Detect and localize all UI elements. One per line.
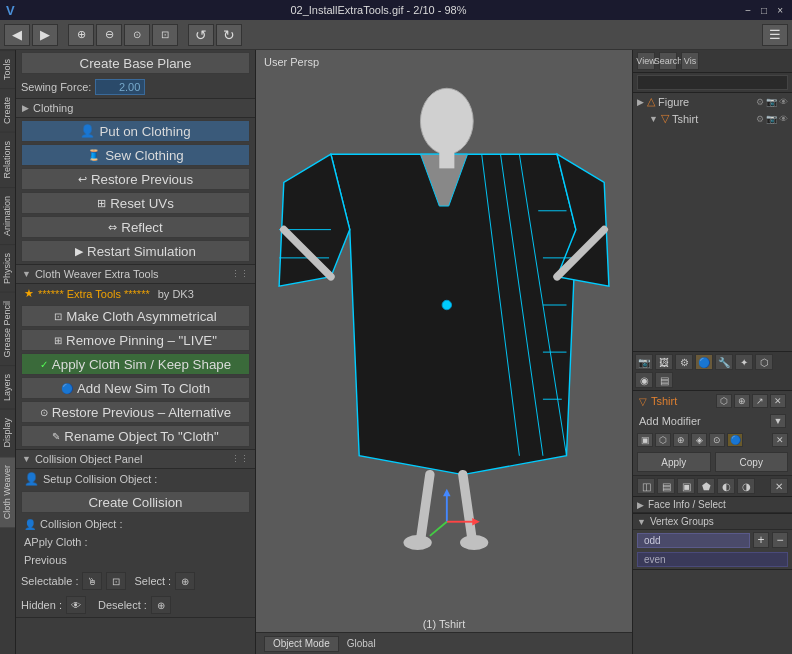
select-icon-btn[interactable]: ⊕ xyxy=(175,572,195,590)
ex-icon-6[interactable]: ◑ xyxy=(737,478,755,494)
sidebar-item-tools[interactable]: Tools xyxy=(0,50,15,88)
face-info-label: Face Info / Select xyxy=(648,499,726,510)
figure-vis-icon[interactable]: ⚙ xyxy=(756,97,764,107)
props-tab-data[interactable]: ▤ xyxy=(655,372,673,388)
sidebar-item-grease-pencil[interactable]: Grease Pencil xyxy=(0,292,15,366)
create-base-plane-btn[interactable]: Create Base Plane xyxy=(21,52,250,74)
outliner-view-btn[interactable]: View xyxy=(637,52,655,70)
zoom-reset-btn[interactable]: ⊡ xyxy=(152,24,178,46)
vg-odd-name[interactable]: odd xyxy=(637,533,750,548)
mod-icon-1[interactable]: ⬡ xyxy=(716,394,732,408)
selectable-icon-btn2[interactable]: ⊡ xyxy=(106,572,126,590)
copy-btn[interactable]: Copy xyxy=(715,452,789,472)
main-content: Tools Create Relations Animation Physics… xyxy=(0,50,792,654)
mod-icon-x[interactable]: ✕ xyxy=(772,433,788,447)
add-new-sim-btn[interactable]: 🔵 Add New Sim To Cloth xyxy=(21,377,250,399)
tshirt-eye-icon[interactable]: 👁 xyxy=(779,114,788,124)
figure-camera-icon[interactable]: 📷 xyxy=(766,97,777,107)
viewport-global-label[interactable]: Global xyxy=(347,638,376,649)
zoom-in-btn[interactable]: ⊕ xyxy=(68,24,94,46)
hidden-icon-btn[interactable]: 👁 xyxy=(66,596,86,614)
window-controls[interactable]: − □ × xyxy=(742,5,786,16)
ex-icon-5[interactable]: ◐ xyxy=(717,478,735,494)
tshirt-vis-icon[interactable]: ⚙ xyxy=(756,114,764,124)
ex-icon-1[interactable]: ◫ xyxy=(637,478,655,494)
zoom-fit-btn[interactable]: ⊙ xyxy=(124,24,150,46)
props-tab-physics[interactable]: ⬡ xyxy=(755,354,773,370)
sidebar-item-layers[interactable]: Layers xyxy=(0,365,15,409)
clothing-section-header[interactable]: ▶ Clothing xyxy=(16,99,255,118)
sidebar-item-physics[interactable]: Physics xyxy=(0,244,15,292)
props-tab-object[interactable]: 🔵 xyxy=(695,354,713,370)
reset-uvs-btn[interactable]: ⊞ Reset UVs xyxy=(21,192,250,214)
ex-icon-4[interactable]: ⬟ xyxy=(697,478,715,494)
outliner-item-figure[interactable]: ▶ △ Figure ⚙ 📷 👁 xyxy=(633,93,792,110)
mod-icon-d[interactable]: ◈ xyxy=(691,433,707,447)
mod-icon-4[interactable]: ✕ xyxy=(770,394,786,408)
vg-remove-btn[interactable]: − xyxy=(772,532,788,548)
side-tabs-wrapper: Tools Create Relations Animation Physics… xyxy=(0,50,256,654)
object-mode-btn[interactable]: Object Mode xyxy=(264,636,339,652)
remove-pinning-btn[interactable]: ⊞ Remove Pinning – "LIVE" xyxy=(21,329,250,351)
mod-icon-3[interactable]: ↗ xyxy=(752,394,768,408)
outliner-search-input[interactable] xyxy=(637,75,788,90)
close-btn[interactable]: × xyxy=(774,5,786,16)
vertex-groups-header[interactable]: ▼ Vertex Groups xyxy=(633,514,792,530)
window-title: 02_InstallExtraTools.gif - 2/10 - 98% xyxy=(15,4,743,16)
mod-icon-2[interactable]: ⊕ xyxy=(734,394,750,408)
sidebar-item-relations[interactable]: Relations xyxy=(0,132,15,187)
vg-add-btn[interactable]: + xyxy=(753,532,769,548)
redo-btn[interactable]: ↻ xyxy=(216,24,242,46)
props-tab-particles[interactable]: ✦ xyxy=(735,354,753,370)
restore-prev-alt-btn[interactable]: ⊙ Restore Previous – Alternative xyxy=(21,401,250,423)
add-mod-arrow[interactable]: ▼ xyxy=(770,414,786,428)
sew-clothing-btn[interactable]: 🧵 Sew Clothing xyxy=(21,144,250,166)
mod-icon-c[interactable]: ⊕ xyxy=(673,433,689,447)
forward-btn[interactable]: ▶ xyxy=(32,24,58,46)
props-tab-scene[interactable]: 📷 xyxy=(635,354,653,370)
figure-eye-icon[interactable]: 👁 xyxy=(779,97,788,107)
props-tab-constraints[interactable]: ◉ xyxy=(635,372,653,388)
props-tab-render[interactable]: 🖼 xyxy=(655,354,673,370)
deselect-icon-btn[interactable]: ⊕ xyxy=(151,596,171,614)
viewport[interactable]: User Persp xyxy=(256,50,632,654)
put-on-clothing-btn[interactable]: 👤 Put on Clothing xyxy=(21,120,250,142)
sidebar-item-display[interactable]: Display xyxy=(0,409,15,456)
ex-icon-close[interactable]: ✕ xyxy=(770,478,788,494)
sidebar-item-create[interactable]: Create xyxy=(0,88,15,132)
rename-object-btn[interactable]: ✎ Rename Object To "Cloth" xyxy=(21,425,250,447)
sewing-force-input[interactable] xyxy=(95,79,145,95)
outliner-search-btn[interactable]: Search xyxy=(659,52,677,70)
extra-tools-header[interactable]: ▼ Cloth Weaver Extra Tools ⋮⋮ xyxy=(16,265,255,284)
props-tab-output[interactable]: ⚙ xyxy=(675,354,693,370)
sidebar-item-cloth-weaver[interactable]: Cloth Weaver xyxy=(0,456,15,527)
back-btn[interactable]: ◀ xyxy=(4,24,30,46)
mod-icon-a[interactable]: ▣ xyxy=(637,433,653,447)
mod-icon-b[interactable]: ⬡ xyxy=(655,433,671,447)
restore-previous-btn[interactable]: ↩ Restore Previous xyxy=(21,168,250,190)
outliner-item-tshirt[interactable]: ▼ ▽ Tshirt ⚙ 📷 👁 xyxy=(633,110,792,127)
collision-panel-header[interactable]: ▼ Collision Object Panel ⋮⋮ xyxy=(16,450,255,469)
sidebar-item-animation[interactable]: Animation xyxy=(0,187,15,244)
mod-icon-e[interactable]: ⊙ xyxy=(709,433,725,447)
undo-btn[interactable]: ↺ xyxy=(188,24,214,46)
zoom-out-btn[interactable]: ⊖ xyxy=(96,24,122,46)
maximize-btn[interactable]: □ xyxy=(758,5,770,16)
ex-icon-2[interactable]: ▤ xyxy=(657,478,675,494)
tshirt-camera-icon[interactable]: 📷 xyxy=(766,114,777,124)
vg-even-name[interactable]: even xyxy=(637,552,788,567)
make-cloth-asymmetrical-btn[interactable]: ⊡ Make Cloth Asymmetrical xyxy=(21,305,250,327)
apply-btn[interactable]: Apply xyxy=(637,452,711,472)
face-info-header[interactable]: ▶ Face Info / Select xyxy=(633,497,792,513)
ex-icon-3[interactable]: ▣ xyxy=(677,478,695,494)
restart-simulation-btn[interactable]: ▶ Restart Simulation xyxy=(21,240,250,262)
mod-icon-f[interactable]: 🔵 xyxy=(727,433,743,447)
create-collision-btn[interactable]: Create Collision xyxy=(21,491,250,513)
selectable-icon-btn[interactable]: 🖱 xyxy=(82,572,102,590)
reflect-btn[interactable]: ⇔ Reflect xyxy=(21,216,250,238)
menu-btn[interactable]: ☰ xyxy=(762,24,788,46)
outliner-vis-btn[interactable]: Vis xyxy=(681,52,699,70)
minimize-btn[interactable]: − xyxy=(742,5,754,16)
props-tab-modifier[interactable]: 🔧 xyxy=(715,354,733,370)
apply-cloth-sim-btn[interactable]: ✓ Apply Cloth Sim / Keep Shape xyxy=(21,353,250,375)
